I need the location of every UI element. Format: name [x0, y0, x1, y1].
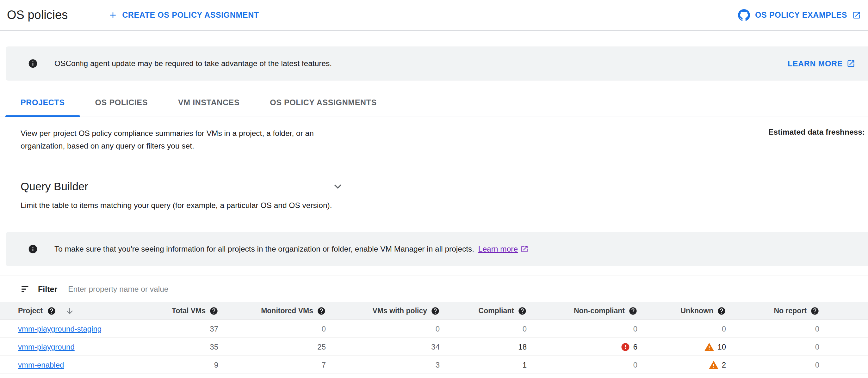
plus-icon: [108, 10, 118, 20]
filter-icon[interactable]: [20, 284, 31, 295]
vms-with-policy-value: 3: [436, 360, 440, 370]
column-header-unknown[interactable]: Unknown: [644, 307, 732, 315]
column-label: No report: [774, 307, 807, 315]
help-icon[interactable]: [628, 307, 638, 315]
column-header-project[interactable]: Project: [0, 306, 142, 316]
project-link[interactable]: vmm-playground-staging: [18, 324, 101, 334]
help-icon[interactable]: [518, 307, 527, 315]
help-icon[interactable]: [317, 307, 326, 315]
page-title: OS policies: [7, 8, 68, 22]
no-report-value: 0: [815, 343, 819, 351]
table-row: vmm-playground 35 25 34 18 6 10 0: [0, 338, 868, 356]
filter-bar: Filter: [0, 276, 868, 302]
unknown-value: 0: [722, 324, 726, 334]
external-link-icon: [846, 59, 855, 68]
table-row: vmm-playground-staging 37 0 0 0 0 0 0: [0, 320, 868, 338]
tab-os-policies[interactable]: OS POLICIES: [80, 88, 163, 116]
project-link[interactable]: vmm-playground: [18, 343, 75, 351]
non-compliant-value: 6: [633, 343, 638, 351]
compliant-value: 0: [523, 324, 527, 334]
query-builder-hint: Limit the table to items matching your q…: [21, 201, 868, 210]
page-header: OS policies CREATE OS POLICY ASSIGNMENT …: [0, 0, 868, 31]
osconfig-update-banner: OSConfig agent update may be required to…: [6, 46, 868, 80]
data-freshness-label: Estimated data freshness:: [768, 127, 865, 137]
no-report-value: 0: [815, 324, 819, 334]
info-icon: [28, 244, 38, 254]
table-header-row: Project Total VMs Monitored VMs VMs with…: [0, 302, 868, 320]
query-builder-header[interactable]: Query Builder: [21, 179, 345, 194]
learn-more-purple-label: Learn more: [478, 245, 518, 253]
column-label: Unknown: [681, 307, 714, 315]
monitored-vms-value: 7: [322, 360, 326, 370]
help-icon[interactable]: [47, 307, 56, 315]
examples-link-label: OS POLICY EXAMPLES: [755, 10, 847, 20]
help-icon[interactable]: [810, 307, 819, 315]
total-vms-value: 9: [214, 360, 218, 370]
column-label: Compliant: [478, 307, 514, 315]
filter-input[interactable]: [68, 285, 868, 294]
os-policy-examples-link[interactable]: OS POLICY EXAMPLES: [738, 9, 861, 21]
filter-label: Filter: [38, 285, 57, 294]
column-label: Monitored VMs: [261, 307, 313, 315]
help-icon[interactable]: [717, 307, 726, 315]
vm-manager-banner-message: To make sure that you're seeing informat…: [54, 245, 529, 253]
learn-more-label: LEARN MORE: [788, 59, 843, 68]
column-label: Total VMs: [172, 307, 206, 315]
column-header-no-report[interactable]: No report: [732, 307, 826, 315]
tab-projects[interactable]: PROJECTS: [5, 88, 80, 116]
compliant-value: 1: [523, 360, 527, 370]
info-icon: [28, 59, 38, 69]
github-icon: [738, 9, 750, 21]
query-builder-title: Query Builder: [21, 180, 88, 193]
tab-os-policy-assignments[interactable]: OS POLICY ASSIGNMENTS: [255, 88, 392, 116]
error-icon: [621, 342, 630, 352]
external-link-icon: [520, 245, 529, 253]
column-header-non-compliant[interactable]: Non-compliant: [533, 307, 644, 315]
column-header-vms-with-policy[interactable]: VMs with policy: [332, 307, 446, 315]
tab-vm-instances[interactable]: VM INSTANCES: [163, 88, 255, 116]
table-row: vmm-enabled 9 7 3 1 0 2 0: [0, 356, 868, 374]
column-header-total-vms[interactable]: Total VMs: [142, 307, 225, 315]
tab-bar: PROJECTS OS POLICIES VM INSTANCES OS POL…: [0, 88, 868, 117]
column-header-compliant[interactable]: Compliant: [446, 307, 533, 315]
non-compliant-value: 0: [633, 360, 638, 370]
total-vms-value: 35: [210, 343, 218, 351]
unknown-value: 10: [717, 343, 726, 351]
column-label: Non-compliant: [574, 307, 625, 315]
vm-manager-banner: To make sure that you're seeing informat…: [6, 232, 868, 266]
non-compliant-value: 0: [633, 324, 638, 334]
monitored-vms-value: 25: [317, 343, 326, 351]
monitored-vms-value: 0: [322, 324, 326, 334]
create-os-policy-assignment-button[interactable]: CREATE OS POLICY ASSIGNMENT: [108, 10, 259, 20]
help-icon[interactable]: [209, 307, 218, 315]
column-label: Project: [18, 307, 43, 315]
unknown-value: 2: [722, 360, 726, 370]
create-button-label: CREATE OS POLICY ASSIGNMENT: [122, 10, 259, 20]
column-header-monitored-vms[interactable]: Monitored VMs: [225, 307, 332, 315]
learn-more-link[interactable]: LEARN MORE: [788, 59, 855, 68]
query-builder-section: Query Builder Limit the table to items m…: [21, 179, 868, 210]
tab-description: View per-project OS policy compliance su…: [21, 127, 356, 152]
total-vms-value: 37: [210, 324, 218, 334]
sort-descending-icon[interactable]: [65, 306, 74, 316]
warning-icon: [709, 360, 719, 370]
projects-table-card: Filter Project Total VMs Monitored VMs V…: [0, 276, 868, 374]
learn-more-link-purple[interactable]: Learn more: [478, 245, 529, 253]
chevron-down-icon[interactable]: [331, 179, 345, 194]
os-policies-page: OS policies CREATE OS POLICY ASSIGNMENT …: [0, 0, 868, 378]
osconfig-banner-message: OSConfig agent update may be required to…: [54, 59, 332, 68]
warning-icon: [704, 342, 714, 352]
compliant-value: 18: [518, 343, 527, 351]
vms-with-policy-value: 0: [436, 324, 440, 334]
vms-with-policy-value: 34: [431, 343, 440, 351]
no-report-value: 0: [815, 360, 819, 370]
project-link[interactable]: vmm-enabled: [18, 360, 64, 370]
projects-overview: View per-project OS policy compliance su…: [21, 127, 865, 152]
vm-manager-banner-text: To make sure that you're seeing informat…: [54, 245, 474, 253]
help-icon[interactable]: [431, 307, 440, 315]
column-label: VMs with policy: [372, 307, 427, 315]
external-link-icon: [852, 11, 861, 20]
